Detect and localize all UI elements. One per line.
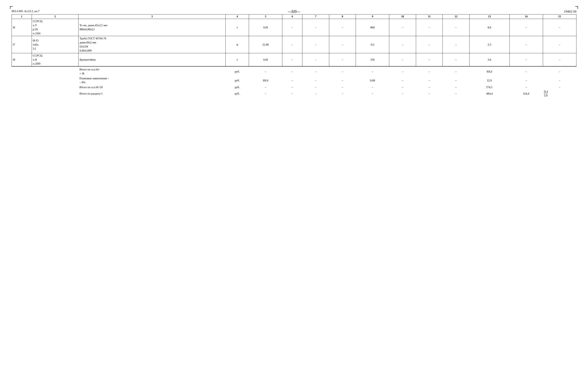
col-header-12: 12 (443, 15, 469, 19)
cell-2-2: 0I-I3 табл. 3.I (32, 36, 78, 53)
cell-3-2: ССРСЦ ч.II п.20I9 (32, 53, 78, 66)
cell-2-8: – (329, 36, 356, 53)
cell-1-15: – (543, 19, 576, 36)
summary-cell-3-3: – (329, 90, 356, 98)
col-header-15: 15 (543, 15, 576, 19)
col-header-4: 4 (226, 15, 249, 19)
cell-3-8: – (329, 53, 356, 66)
summary-cell-0-15: – (543, 67, 576, 76)
cell-1-10: – (389, 19, 416, 36)
fraction-display: II,43,9 (544, 90, 575, 97)
cell-1-13: 8,6 (469, 19, 509, 36)
cell-2-14: – (509, 36, 543, 53)
summary-unit-2: руб. (226, 85, 249, 90)
header-left: 903-I-I99. Ал.I3.2, кн.7 (12, 10, 40, 13)
summary-cell-0-2: – (302, 67, 329, 76)
cell-1-9: 860 (356, 19, 389, 36)
header-center: —515— (288, 10, 300, 14)
summary-cell-3-2: – (302, 90, 329, 98)
summary-cell-2-7: – (443, 85, 469, 90)
summary-label-1: Плановые накопления – – 8% (79, 76, 226, 85)
cell-3-1: I8 (12, 53, 32, 66)
cell-2-11: – (416, 36, 443, 53)
summary-cell-2-2: – (302, 85, 329, 90)
summary-cell-1-4: 0,08 (356, 76, 389, 85)
col-header-9: 9 (356, 15, 389, 19)
summary-cell-2-3: – (329, 85, 356, 90)
col-header-6: 6 (282, 15, 302, 19)
cell-2-6: – (282, 36, 302, 53)
col-header-11: 11 (416, 15, 443, 19)
cell-1-6: – (282, 19, 302, 36)
col-header-2: 2 (32, 15, 78, 19)
summary-unit-1: руб. (226, 76, 249, 85)
column-headers: 1 2 3 4 5 6 7 8 9 10 11 12 13 14 15 (12, 15, 576, 19)
summary-row-3: Итого по разделу Iруб.––––––––484,4I24,4… (12, 90, 576, 98)
col-header-10: 10 (389, 15, 416, 19)
col-header-5: 5 (249, 15, 282, 19)
col-header-14: 14 (509, 15, 543, 19)
summary-cell-3-15: II,43,9 (543, 90, 576, 98)
summary-cell-0-6: – (416, 67, 443, 76)
cell-2-10: – (389, 36, 416, 53)
col-header-13: 13 (469, 15, 509, 19)
cell-2-7: – (302, 36, 329, 53)
cell-3-6: – (282, 53, 302, 66)
summary-cell-2-6: – (416, 85, 443, 90)
summary-cell-1-15: – (543, 76, 576, 85)
summary-cell-0-3: – (329, 67, 356, 76)
main-table: 1 2 3 4 5 6 7 8 9 10 11 12 13 14 15 I6СС… (12, 14, 576, 98)
summary-cell-2-0: – (249, 85, 282, 90)
summary-cell-1-1: – (282, 76, 302, 85)
summary-cell-0-5: – (389, 67, 416, 76)
summary-cell-3-8: 484,4 (469, 90, 509, 98)
summary-unit-0: руб. (226, 67, 249, 76)
summary-cell-2-1: – (282, 85, 302, 90)
cell-1-4: т (226, 19, 249, 36)
cell-2-9: 0,2 (356, 36, 389, 53)
summary-cell-3-1: – (282, 90, 302, 98)
summary-cell-3-0: – (249, 90, 282, 98)
cell-1-2: ССРСЦ ч.У р.IX п.33I4 (32, 19, 78, 36)
cell-3-14: – (509, 53, 543, 66)
cell-2-15: – (543, 36, 576, 53)
summary-cell-1-6: – (416, 76, 443, 85)
summary-cell-1-5: – (389, 76, 416, 85)
summary-cell-1-2: – (302, 76, 329, 85)
cell-3-7: – (302, 53, 329, 66)
cell-2-4: м (226, 36, 249, 53)
cell-1-1: I6 (12, 19, 32, 36)
table-row: I70I-I3 табл. 3.IТруба ГОСТ I0704-76 диа… (12, 36, 576, 53)
summary-label-2: Итого по п.п.I4÷20 (79, 85, 226, 90)
summary-cell-3-4: – (356, 90, 389, 98)
cell-2-5: I2,48 (249, 36, 282, 53)
summary-row-1: Плановые накопления – – 8%руб.I6I,6–––0,… (12, 76, 576, 85)
summary-cell-1-9: – (509, 76, 543, 85)
cell-1-14: – (509, 19, 543, 36)
summary-label-3: Итого по разделу I (79, 90, 226, 98)
summary-cell-3-6: – (416, 90, 443, 98)
summary-cell-2-9: – (509, 85, 543, 90)
summary-cell-0-7: – (443, 67, 469, 76)
summary-cell-2-4: – (356, 85, 389, 90)
summary-cell-0-4: – (356, 67, 389, 76)
cell-1-7: – (302, 19, 329, 36)
cell-1-3: То же, диам.45х2,5 мм 888х0,88хI,I (79, 19, 226, 36)
cell-3-13: 3,6 (469, 53, 509, 66)
summary-cell-0-1: – (282, 67, 302, 76)
cell-1-11: – (416, 19, 443, 36)
cell-2-3: Труба ГОСТ I0704-76 диам.I8х2 мм I2хI,04… (79, 36, 226, 53)
cell-2-1: I7 (12, 36, 32, 53)
summary-cell-1-8: I2,9 (469, 76, 509, 85)
summary-label-0: Итого по п.п.I4+ + I8 (79, 67, 226, 76)
summary-row-0: Итого по п.п.I4+ + I8руб.––––––––I6I,6–– (12, 67, 576, 76)
cell-3-12: – (443, 53, 469, 66)
cell-3-11: – (416, 53, 443, 66)
summary-cell-1-7: – (443, 76, 469, 85)
cell-3-4: т (226, 53, 249, 66)
col-header-8: 8 (329, 15, 356, 19)
cell-3-10: – (389, 53, 416, 66)
page-header: 903-I-I99. Ал.I3.2, кн.7 —515— 19462-56 (12, 10, 576, 14)
summary-cell-3-9: I24,4 (509, 90, 543, 98)
cell-3-15: – (543, 53, 576, 66)
